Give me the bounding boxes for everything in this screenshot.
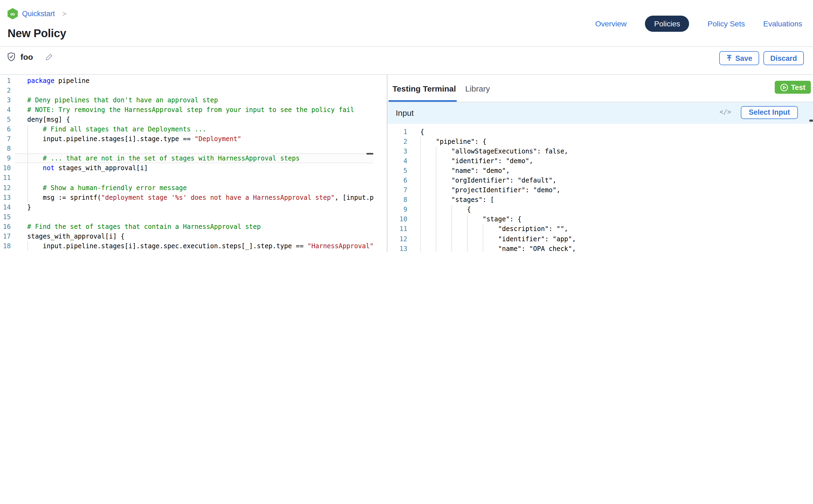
policy-code-editor[interactable]: 1package pipeline23# Deny pipelines that… [0, 76, 374, 252]
code-line: 1package pipeline [0, 76, 374, 86]
code-line: 12 "identifier": "app", [387, 234, 813, 244]
tab-library[interactable]: Library [465, 84, 490, 93]
code-line: 13 "name": "OPA check", [387, 244, 813, 252]
header-divider [0, 46, 813, 47]
code-line: 10 "stage": { [387, 215, 813, 224]
code-line: 11 [0, 173, 374, 183]
code-line: 5 "name": "demo", [387, 166, 813, 176]
code-line: 18 input.pipeline.stages[i].stage.spec.e… [0, 241, 374, 251]
code-line: 12 # Show a human-friendly error message [0, 183, 374, 193]
code-line: 9 { [387, 205, 813, 215]
discard-button-label: Discard [770, 54, 797, 62]
tab-evaluations[interactable]: Evaluations [763, 16, 802, 32]
test-button-label: Test [791, 83, 805, 91]
code-line: 19} [0, 251, 374, 252]
code-line: 6 "orgIdentifier": "default", [387, 176, 813, 185]
code-line: 17stages_with_approval[i] { [0, 232, 374, 241]
code-line: 13 msg := sprintf("deployment stage '%s'… [0, 193, 374, 202]
upload-icon [726, 55, 732, 61]
tab-policies[interactable]: Policies [645, 16, 689, 32]
page-title: New Policy [8, 27, 66, 40]
code-line: 11 "description": "", [387, 224, 813, 234]
discard-button[interactable]: Discard [763, 51, 804, 65]
code-line: 7 input.pipeline.stages[i].stage.type ==… [0, 134, 374, 144]
code-line: 8 "stages": [ [387, 195, 813, 205]
code-line: 1{ [387, 127, 813, 137]
code-line: 3# Deny pipelines that don't have an app… [0, 95, 374, 105]
shield-check-icon [7, 52, 16, 61]
tab-testing-terminal[interactable]: Testing Terminal [392, 84, 456, 93]
code-line: 16# Find the set of stages that contain … [0, 222, 374, 231]
harness-logo-icon: ∞ [8, 8, 18, 19]
code-line: 6 # Find all stages that are Deployments… [0, 124, 374, 134]
tab-overview[interactable]: Overview [595, 16, 627, 32]
breadcrumb-project-link[interactable]: Quickstart [22, 10, 55, 18]
code-line: 9 # ... that are not in the set of stage… [0, 154, 374, 163]
code-line: 7 "projectIdentifier": "demo", [387, 185, 813, 195]
test-button[interactable]: Test [775, 81, 811, 94]
code-line: 4# NOTE: Try removing the HarnessApprova… [0, 105, 374, 115]
input-label: Input [396, 108, 414, 117]
code-line: 5deny[msg] { [0, 115, 374, 124]
save-button[interactable]: Save [719, 51, 759, 65]
active-tab-underline [388, 100, 457, 102]
top-nav: Overview Policies Policy Sets Evaluation… [595, 16, 802, 32]
input-section-bar: Input </> Select Input [387, 102, 813, 124]
overview-ruler-cursor-mark [366, 153, 373, 155]
policy-title-group: foo [7, 52, 53, 61]
select-input-button[interactable]: Select Input [741, 106, 798, 119]
input-scrollbar-mark[interactable] [809, 120, 813, 122]
input-json-editor[interactable]: 1{2 "pipeline": {3 "allowStageExecutions… [387, 127, 813, 252]
code-line: 4 "identifier": "demo", [387, 156, 813, 166]
pane-divider[interactable] [386, 75, 387, 252]
tab-policy-sets[interactable]: Policy Sets [708, 16, 745, 32]
code-line: 8 [0, 144, 374, 154]
code-view-icon[interactable]: </> [720, 108, 731, 115]
edit-pencil-icon[interactable] [46, 53, 53, 61]
breadcrumb-chevron-icon: > [62, 10, 67, 18]
policy-name: foo [20, 52, 33, 61]
app-window: ∞ Quickstart > New Policy Overview Polic… [0, 0, 813, 252]
code-line: 3 "allowStageExecutions": false, [387, 146, 813, 156]
code-line: 2 "pipeline": { [387, 137, 813, 146]
toolbar-divider [0, 74, 813, 75]
code-line: 14} [0, 202, 374, 212]
code-line: 15 [0, 212, 374, 222]
breadcrumb: ∞ Quickstart > [8, 8, 67, 19]
play-icon [780, 83, 788, 91]
save-button-label: Save [735, 54, 752, 62]
code-line: 2 [0, 86, 374, 95]
code-line: 10 not stages_with_approval[i] [0, 163, 374, 173]
select-input-label: Select Input [749, 108, 790, 116]
